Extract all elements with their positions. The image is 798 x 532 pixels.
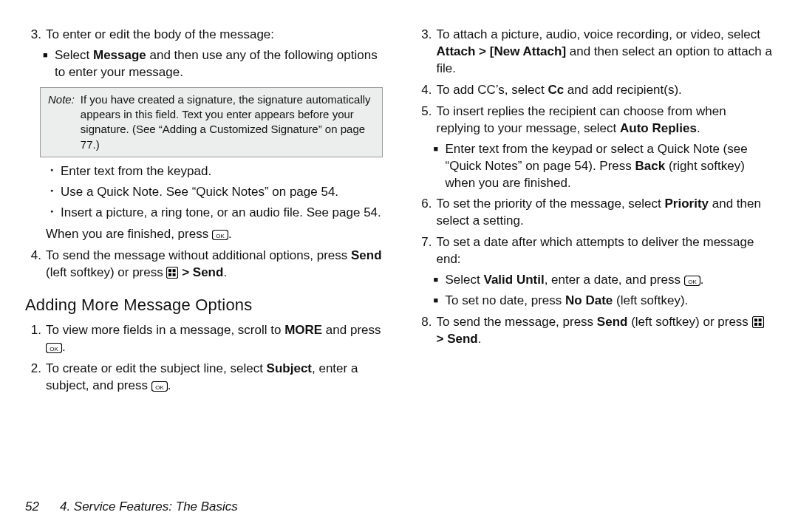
section-heading: Adding More Message Options	[25, 294, 383, 316]
sub-bullet-2: ● Insert a picture, a ring tone, or an a…	[25, 205, 383, 222]
right-column: 3. To attach a picture, audio, voice rec…	[416, 22, 774, 490]
sub-bullet: ■ To set no date, press No Date (left so…	[416, 293, 774, 310]
list-item: 3. To enter or edit the body of the mess…	[25, 27, 383, 44]
list-item: 7. To set a date after which attempts to…	[416, 234, 774, 268]
page-number: 52	[25, 499, 39, 516]
list-item: 8. To send the message, press Send (left…	[416, 314, 774, 348]
ok-key-icon	[684, 276, 700, 286]
ok-key-icon	[46, 343, 62, 353]
list-item: 2. To create or edit the subject line, s…	[25, 361, 383, 395]
list-item: 6. To set the priority of the message, s…	[416, 196, 774, 230]
list-item: 1. To view more fields in a message, scr…	[25, 322, 383, 356]
note-body: If you have created a signature, the sig…	[81, 92, 375, 152]
left-column: 3. To enter or edit the body of the mess…	[25, 22, 383, 490]
chapter-title: 4. Service Features: The Basics	[60, 499, 238, 516]
ok-key-icon	[151, 381, 168, 392]
sub-bullet-2: ● Use a Quick Note. See “Quick Notes” on…	[25, 184, 383, 201]
list-item: 5. To insert replies the recipient can c…	[416, 103, 774, 137]
note-box: Note: If you have created a signature, t…	[40, 87, 383, 157]
list-item: 3. To attach a picture, audio, voice rec…	[416, 27, 774, 78]
sub-bullet: ■ Select Valid Until, enter a date, and …	[416, 272, 774, 289]
menu-key-icon	[166, 267, 178, 279]
list-item: 4. To add CC’s, select Cc and add recipi…	[416, 82, 774, 99]
sub-bullet-2: ● Enter text from the keypad.	[25, 163, 383, 180]
page-footer: 52 4. Service Features: The Basics	[25, 490, 773, 516]
body-text: When you are finished, press .	[25, 226, 383, 243]
page-columns: 3. To enter or edit the body of the mess…	[25, 22, 773, 490]
sub-bullet: ■ Select Message and then use any of the…	[25, 47, 383, 81]
list-item: 4. To send the message without additiona…	[25, 248, 383, 282]
menu-key-icon	[752, 316, 764, 328]
ok-key-icon	[212, 230, 228, 240]
sub-bullet: ■ Enter text from the keypad or select a…	[416, 141, 774, 192]
note-label: Note:	[48, 92, 75, 152]
